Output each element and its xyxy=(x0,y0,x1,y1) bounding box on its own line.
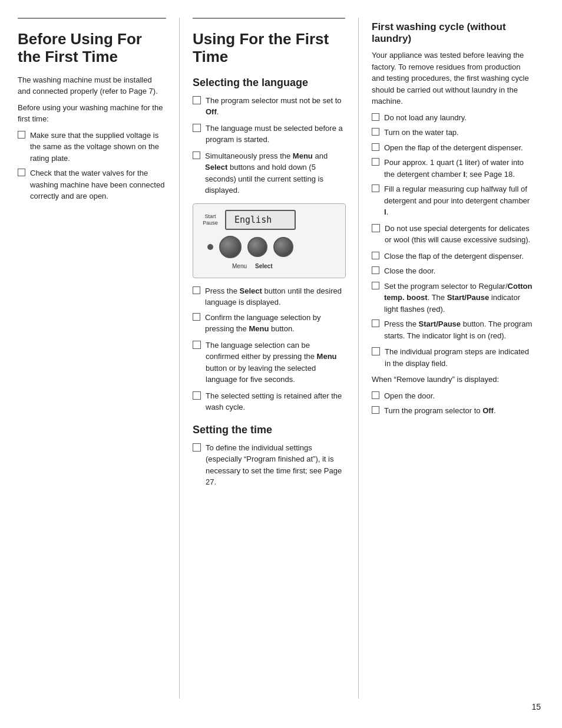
note-square-icon xyxy=(193,391,201,400)
col1-bullets: Make sure that the supplied voltage is t… xyxy=(18,130,166,202)
bullet-text: Do not load any laundry. xyxy=(384,112,467,124)
checkbox-icon xyxy=(193,151,200,159)
note-text: To define the individual settings (espec… xyxy=(206,442,345,488)
col3-bullets-2: Close the flap of the detergent dispense… xyxy=(372,251,533,342)
col-using-first: Using For the First Time Selecting the l… xyxy=(182,18,356,699)
col1-intro2: Before using your washing machine for th… xyxy=(18,102,166,125)
checkbox-icon xyxy=(193,286,200,294)
list-item: Simultaneously press the Menu and Select… xyxy=(193,150,345,196)
cp-select-knob xyxy=(273,237,293,257)
list-item: Turn on the water tap. xyxy=(372,127,533,139)
bullet-text: Press the Select button until the desire… xyxy=(205,285,345,308)
col-divider-1 xyxy=(179,18,180,699)
note-square-icon xyxy=(193,341,201,349)
bullet-text: Close the flap of the detergent dispense… xyxy=(384,251,524,262)
cp-indicator-dot xyxy=(207,244,213,250)
cp-select-label: Select xyxy=(255,263,272,269)
cp-menu-label: Menu xyxy=(232,263,247,269)
note-square-icon xyxy=(372,347,380,355)
note-text: The selected setting is retained after t… xyxy=(206,390,345,413)
note-setting-retained: The selected setting is retained after t… xyxy=(193,390,345,413)
list-item: Set the program selector to Regular/Cott… xyxy=(372,281,533,315)
cp-display: English xyxy=(225,210,296,230)
checkbox-icon xyxy=(372,266,379,274)
col-before-using: Before Using For the First Time The wash… xyxy=(18,18,177,699)
col-divider-2 xyxy=(358,18,359,699)
checkbox-icon xyxy=(372,319,379,327)
note-setting-time: To define the individual settings (espec… xyxy=(193,442,345,488)
checkbox-icon xyxy=(372,143,379,151)
col3-bullets-1: Do not load any laundry. Turn on the wat… xyxy=(372,112,533,218)
checkbox-icon xyxy=(372,252,379,259)
cp-bottom-row xyxy=(201,236,337,258)
note-text: The language must be selected before a p… xyxy=(206,123,345,146)
selecting-language-heading: Selecting the language xyxy=(193,77,345,89)
cp-bottom-labels: Menu Select xyxy=(204,263,337,269)
page: Before Using For the First Time The wash… xyxy=(0,0,562,728)
list-item: Pour approx. 1 quart (1 liter) of water … xyxy=(372,157,533,180)
note-no-special-detergent: Do not use special detergents for delica… xyxy=(372,223,533,246)
col2-title: Using For the First Time xyxy=(193,31,345,66)
col3-title: First washing cycle (without laundry) xyxy=(372,21,533,45)
col3-when-remove: When “Remove laundry” is displayed: xyxy=(372,374,533,386)
checkbox-icon xyxy=(372,158,379,166)
checkbox-icon xyxy=(372,113,379,121)
list-item: Do not load any laundry. xyxy=(372,112,533,124)
col1-title: Before Using For the First Time xyxy=(18,31,166,66)
bullet-text: Open the door. xyxy=(384,390,435,402)
bullet-text: Pour approx. 1 quart (1 liter) of water … xyxy=(384,157,533,180)
language-bullets-2: Press the Select button until the desire… xyxy=(193,285,345,335)
list-item: Close the door. xyxy=(372,265,533,277)
checkbox-icon xyxy=(372,185,379,192)
setting-time-heading: Setting the time xyxy=(193,424,345,436)
cp-main-knob xyxy=(219,236,242,258)
page-number: 15 xyxy=(531,702,541,711)
col3-intro: Your appliance was tested before leaving… xyxy=(372,50,533,107)
bullet-text: Set the program selector to Regular/Cott… xyxy=(384,281,533,315)
note-text: The individual program steps are indicat… xyxy=(385,346,533,369)
col-first-wash: First washing cycle (without laundry) Yo… xyxy=(361,18,544,699)
note-text: The language selection can be confirmed … xyxy=(206,340,345,386)
checkbox-icon xyxy=(18,131,25,139)
cp-start-pause-label: StartPause xyxy=(201,213,219,226)
col3-bullets-3: Open the door. Turn the program selector… xyxy=(372,390,533,417)
list-item: Open the door. xyxy=(372,390,533,402)
note-program-steps: The individual program steps are indicat… xyxy=(372,346,533,369)
bullet-text: Simultaneously press the Menu and Select… xyxy=(205,150,345,196)
checkbox-icon xyxy=(372,128,379,136)
note-square-icon xyxy=(372,224,380,232)
bullet-text: Turn on the water tap. xyxy=(384,127,459,139)
col2-top-border xyxy=(193,18,345,25)
col1-top-border xyxy=(18,18,166,25)
list-item: Turn the program selector to Off. xyxy=(372,405,533,417)
col1-intro1: The washing machine must be installed an… xyxy=(18,74,166,97)
checkbox-icon xyxy=(372,391,379,399)
bullet-text: Open the flap of the detergent dispenser… xyxy=(384,142,523,154)
checkbox-icon xyxy=(18,169,25,176)
control-panel-illustration: StartPause English Menu Select xyxy=(193,203,346,278)
bullet-text: Confirm the language selection by pressi… xyxy=(205,312,345,335)
list-item: Make sure that the supplied voltage is t… xyxy=(18,130,166,164)
list-item: Press the Select button until the desire… xyxy=(193,285,345,308)
checkbox-icon xyxy=(193,313,200,321)
note-text: Do not use special detergents for delica… xyxy=(385,223,533,246)
note-square-icon xyxy=(193,443,201,452)
language-bullets-1: Simultaneously press the Menu and Select… xyxy=(193,150,345,196)
list-item: Check that the water valves for the wash… xyxy=(18,167,166,202)
bullet-text: Close the door. xyxy=(384,265,435,277)
cp-menu-knob xyxy=(247,237,267,257)
bullet-text: Check that the water valves for the wash… xyxy=(30,167,166,202)
cp-top-row: StartPause English xyxy=(201,210,337,230)
list-item: Press the Start/Pause button. The progra… xyxy=(372,318,533,341)
note-square-icon xyxy=(193,96,201,104)
note-language-before: The language must be selected before a p… xyxy=(193,123,345,146)
bullet-text: Turn the program selector to Off. xyxy=(384,405,496,417)
note-selector-off: The program selector must not be set to … xyxy=(193,95,345,118)
list-item: Close the flap of the detergent dispense… xyxy=(372,251,533,262)
checkbox-icon xyxy=(372,406,379,414)
note-language-confirm: The language selection can be confirmed … xyxy=(193,340,345,386)
checkbox-icon xyxy=(372,282,379,289)
note-square-icon xyxy=(193,124,201,132)
list-item: Fill a regular measuring cup halfway ful… xyxy=(372,183,533,218)
bullet-text: Fill a regular measuring cup halfway ful… xyxy=(384,183,533,218)
